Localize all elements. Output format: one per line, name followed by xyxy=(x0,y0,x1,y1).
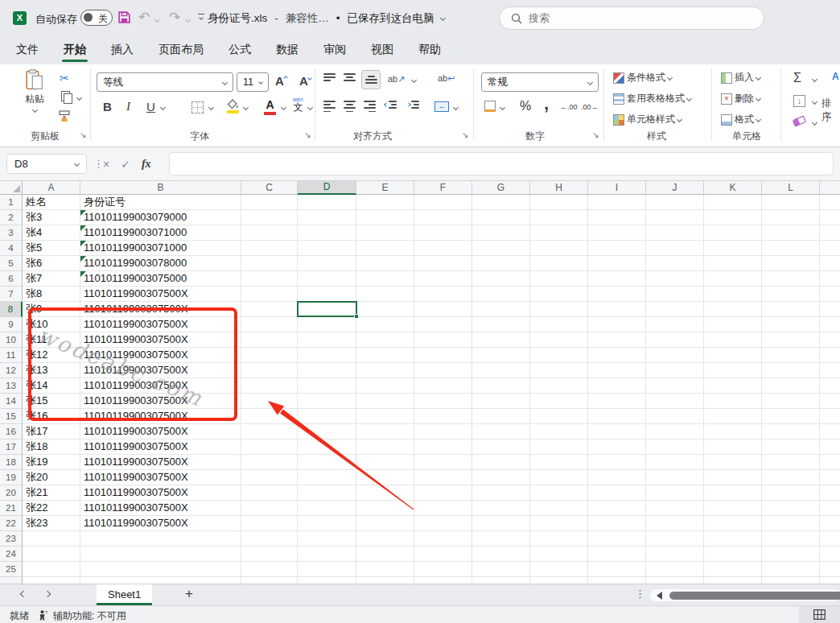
accounting-format-icon[interactable] xyxy=(484,101,496,112)
cell[interactable] xyxy=(356,317,414,332)
cell[interactable] xyxy=(356,439,414,455)
cell-id[interactable]: 11010119900307500X xyxy=(80,287,241,302)
orientation-dropdown-icon[interactable] xyxy=(411,77,417,83)
cell-id[interactable]: 110101199003071000 xyxy=(80,241,241,256)
cell[interactable] xyxy=(241,256,298,271)
cell[interactable] xyxy=(646,531,704,547)
cell[interactable] xyxy=(241,332,298,348)
cell[interactable] xyxy=(356,363,414,378)
cell-id[interactable]: 11010119900307500X xyxy=(80,394,241,409)
cell-partial[interactable] xyxy=(820,378,840,394)
cell[interactable] xyxy=(298,409,356,424)
cell-id[interactable] xyxy=(80,562,241,577)
cell[interactable] xyxy=(356,394,414,409)
cell[interactable] xyxy=(762,225,820,241)
cell[interactable] xyxy=(588,241,646,256)
cell[interactable] xyxy=(472,577,530,584)
cell[interactable] xyxy=(298,256,356,271)
row-header[interactable]: 10 xyxy=(0,332,23,348)
cell[interactable] xyxy=(588,455,646,470)
cell-name[interactable]: 张9 xyxy=(23,302,80,317)
cell[interactable] xyxy=(356,455,414,470)
cell[interactable] xyxy=(762,424,820,439)
cell[interactable] xyxy=(530,470,588,485)
column-header[interactable]: G xyxy=(472,181,530,195)
cell[interactable] xyxy=(646,363,704,378)
autosave-toggle[interactable]: 关 xyxy=(80,10,113,26)
align-center-icon[interactable] xyxy=(344,101,356,112)
new-sheet-button[interactable]: + xyxy=(180,586,198,602)
cell[interactable] xyxy=(298,394,356,409)
number-dialog-launcher-icon[interactable]: ↘ xyxy=(592,131,599,139)
row-header[interactable]: 8 xyxy=(0,302,23,317)
cell[interactable] xyxy=(472,562,530,577)
insert-cells-button[interactable]: 插入 xyxy=(721,71,760,85)
cell[interactable] xyxy=(704,470,762,485)
row-header[interactable]: 25 xyxy=(0,562,23,577)
cell[interactable] xyxy=(588,271,646,287)
cell[interactable] xyxy=(762,363,820,378)
prev-sheet-icon[interactable] xyxy=(20,591,27,597)
search-box[interactable] xyxy=(499,6,764,30)
cell[interactable] xyxy=(762,577,820,584)
percent-style-icon[interactable]: % xyxy=(520,99,531,113)
cell[interactable] xyxy=(530,409,588,424)
italic-button[interactable]: I xyxy=(126,100,130,113)
cell[interactable] xyxy=(472,225,530,241)
cell[interactable] xyxy=(530,547,588,562)
cell[interactable] xyxy=(530,225,588,241)
cell[interactable] xyxy=(414,516,472,531)
cell[interactable] xyxy=(704,394,762,409)
cell-name[interactable]: 张3 xyxy=(23,210,80,225)
cell[interactable] xyxy=(646,394,704,409)
row-header[interactable]: 23 xyxy=(0,531,23,547)
cell[interactable] xyxy=(588,394,646,409)
cell[interactable] xyxy=(762,439,820,455)
cell-partial[interactable] xyxy=(820,470,840,485)
cell-id[interactable]: 11010119900307500X xyxy=(80,363,241,378)
cell[interactable] xyxy=(588,348,646,363)
cell[interactable] xyxy=(646,501,704,516)
cell[interactable] xyxy=(472,332,530,348)
cell[interactable] xyxy=(588,562,646,577)
bold-button[interactable]: B xyxy=(103,100,112,113)
cell[interactable] xyxy=(762,210,820,225)
borders-dropdown-icon[interactable] xyxy=(208,105,214,110)
cell-id[interactable]: 11010119900307500X xyxy=(80,317,241,332)
cell[interactable] xyxy=(704,378,762,394)
cell[interactable] xyxy=(530,439,588,455)
cell[interactable] xyxy=(472,470,530,485)
cell-partial[interactable] xyxy=(820,241,840,256)
cell[interactable] xyxy=(472,241,530,256)
menu-tab[interactable]: 审阅 xyxy=(322,36,348,64)
cell[interactable] xyxy=(241,577,298,584)
cell[interactable] xyxy=(356,470,414,485)
number-format-select[interactable]: 常规 xyxy=(481,72,599,92)
cell[interactable] xyxy=(241,562,298,577)
column-header[interactable]: F xyxy=(414,181,472,195)
cell[interactable] xyxy=(588,363,646,378)
increase-decimal-icon[interactable]: ←.00 xyxy=(560,103,578,111)
next-sheet-icon[interactable] xyxy=(44,591,51,597)
cell[interactable] xyxy=(356,287,414,302)
cell[interactable] xyxy=(472,378,530,394)
cell[interactable] xyxy=(646,287,704,302)
saved-status-dropdown-icon[interactable] xyxy=(440,15,446,21)
cell[interactable] xyxy=(414,256,472,271)
cell[interactable] xyxy=(704,547,762,562)
autosum-dropdown-icon[interactable] xyxy=(812,76,817,82)
cell-id[interactable]: 11010119900307500X xyxy=(80,485,241,501)
row-header[interactable] xyxy=(0,577,23,584)
cell[interactable] xyxy=(762,317,820,332)
cell[interactable] xyxy=(762,455,820,470)
redo-dropdown-icon[interactable] xyxy=(185,17,191,23)
cell[interactable] xyxy=(356,241,414,256)
cell[interactable] xyxy=(356,547,414,562)
accessibility-status[interactable]: 辅助功能: 不可用 xyxy=(53,609,126,623)
cell[interactable] xyxy=(356,577,414,584)
column-header[interactable]: A xyxy=(23,181,80,195)
cell[interactable] xyxy=(530,577,588,584)
cell[interactable] xyxy=(241,424,298,439)
copy-icon[interactable] xyxy=(61,91,70,101)
font-name-select[interactable]: 等线 xyxy=(97,72,233,92)
